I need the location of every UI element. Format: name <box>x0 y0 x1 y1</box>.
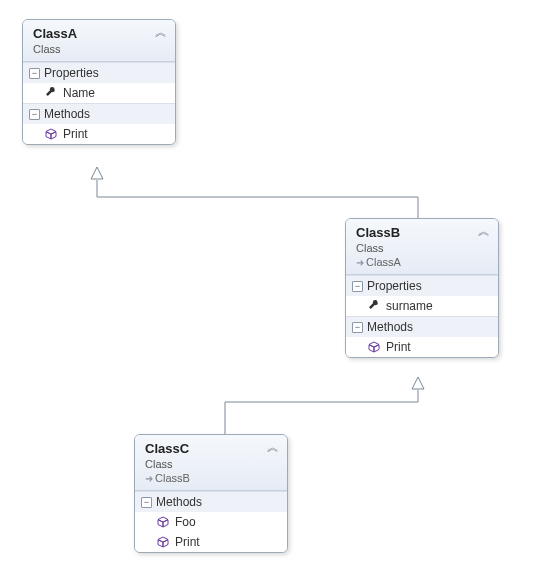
class-title: ClassC <box>145 441 279 456</box>
section-label: Methods <box>367 320 413 334</box>
class-stereotype: Class <box>145 458 279 470</box>
method-item[interactable]: Print <box>23 124 175 144</box>
property-item[interactable]: Name <box>23 83 175 103</box>
section-methods: − Methods Foo Print <box>135 491 287 552</box>
section-label: Methods <box>44 107 90 121</box>
property-name: Name <box>63 86 95 100</box>
cube-icon <box>45 128 57 140</box>
inherits-arrow-icon: ➜ <box>145 473 153 484</box>
class-header[interactable]: ClassB Class ➜ClassA ︽ <box>346 219 498 275</box>
method-name: Foo <box>175 515 196 529</box>
wrench-icon <box>45 87 57 99</box>
class-box-ClassB[interactable]: ClassB Class ➜ClassA ︽ − Properties surn… <box>345 218 499 358</box>
section-header-methods[interactable]: − Methods <box>135 492 287 512</box>
class-title: ClassA <box>33 26 167 41</box>
expander-icon[interactable]: − <box>352 281 363 292</box>
section-label: Properties <box>44 66 99 80</box>
class-stereotype: Class <box>33 43 167 55</box>
section-properties: − Properties surname <box>346 275 498 316</box>
wrench-icon <box>368 300 380 312</box>
collapse-chevron-icon[interactable]: ︽ <box>267 441 279 453</box>
cube-icon <box>157 536 169 548</box>
class-header[interactable]: ClassC Class ➜ClassB ︽ <box>135 435 287 491</box>
class-inherits: ➜ClassA <box>356 256 490 268</box>
method-item[interactable]: Foo <box>135 512 287 532</box>
expander-icon[interactable]: − <box>29 109 40 120</box>
cube-icon <box>368 341 380 353</box>
section-header-methods[interactable]: − Methods <box>23 104 175 124</box>
section-methods: − Methods Print <box>346 316 498 357</box>
method-name: Print <box>175 535 200 549</box>
section-header-methods[interactable]: − Methods <box>346 317 498 337</box>
class-box-ClassC[interactable]: ClassC Class ➜ClassB ︽ − Methods Foo Pri… <box>134 434 288 553</box>
collapse-chevron-icon[interactable]: ︽ <box>155 26 167 38</box>
section-methods: − Methods Print <box>23 103 175 144</box>
expander-icon[interactable]: − <box>352 322 363 333</box>
expander-icon[interactable]: − <box>141 497 152 508</box>
section-label: Methods <box>156 495 202 509</box>
section-header-properties[interactable]: − Properties <box>346 276 498 296</box>
diagram-canvas: ClassA Class ︽ − Properties Name − Metho… <box>0 0 538 563</box>
class-box-ClassA[interactable]: ClassA Class ︽ − Properties Name − Metho… <box>22 19 176 145</box>
class-stereotype: Class <box>356 242 490 254</box>
class-inherits: ➜ClassB <box>145 472 279 484</box>
method-item[interactable]: Print <box>135 532 287 552</box>
section-label: Properties <box>367 279 422 293</box>
section-properties: − Properties Name <box>23 62 175 103</box>
class-title: ClassB <box>356 225 490 240</box>
inherits-arrow-icon: ➜ <box>356 257 364 268</box>
method-name: Print <box>63 127 88 141</box>
inherits-name: ClassB <box>155 472 190 484</box>
section-header-properties[interactable]: − Properties <box>23 63 175 83</box>
inherits-name: ClassA <box>366 256 401 268</box>
method-item[interactable]: Print <box>346 337 498 357</box>
property-name: surname <box>386 299 433 313</box>
cube-icon <box>157 516 169 528</box>
property-item[interactable]: surname <box>346 296 498 316</box>
expander-icon[interactable]: − <box>29 68 40 79</box>
collapse-chevron-icon[interactable]: ︽ <box>478 225 490 237</box>
method-name: Print <box>386 340 411 354</box>
class-header[interactable]: ClassA Class ︽ <box>23 20 175 62</box>
